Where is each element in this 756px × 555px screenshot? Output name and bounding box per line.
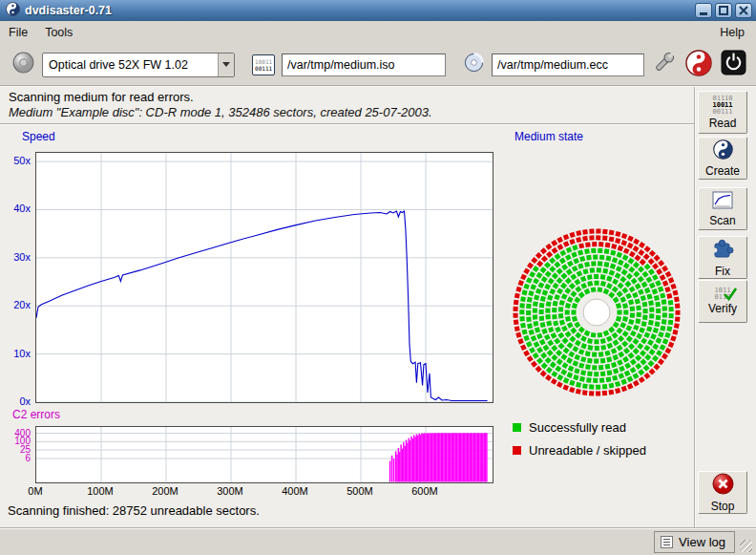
log-list-icon — [661, 536, 673, 548]
close-button[interactable] — [735, 3, 752, 18]
medium-state-disc — [512, 227, 682, 397]
drive-icon[interactable] — [11, 51, 35, 78]
verify-button-label: Verify — [708, 302, 737, 315]
statusbar: View log — [0, 527, 756, 555]
legend-read-label: Successfully read — [529, 420, 626, 435]
scan-button[interactable]: Scan — [698, 187, 747, 230]
minimize-button[interactable] — [695, 3, 712, 18]
read-button[interactable]: 01110 10011 00111 Read — [698, 91, 747, 134]
x-axis-tick: 0M — [16, 485, 54, 497]
x-axis-tick: 100M — [81, 485, 119, 497]
verify-button[interactable]: 1011 0110 Verify — [698, 280, 747, 323]
menu-file[interactable]: File — [0, 22, 36, 43]
c2-y-tick: 6 — [1, 453, 33, 463]
create-button[interactable]: Create — [698, 137, 747, 180]
menubar: File Tools Help — [0, 21, 756, 44]
c2-y-axis: 400100256 — [0, 87, 33, 527]
maximize-button[interactable] — [715, 3, 732, 18]
main-content: Scanning medium for read errors. Medium … — [0, 87, 756, 527]
disc-legend: Successfully read Unreadable / skipped — [513, 420, 646, 458]
medium-state-title: Medium state — [514, 130, 583, 143]
iso-file-icon: 1001100111 — [252, 54, 275, 75]
legend-unreadable: Unreadable / skipped — [513, 443, 646, 458]
ecc-path-input[interactable] — [492, 53, 644, 76]
x-axis-tick: 400M — [276, 485, 314, 497]
legend-read: Successfully read — [513, 420, 646, 435]
stop-button[interactable]: Stop — [698, 471, 747, 514]
scan-button-label: Scan — [709, 214, 735, 227]
ecc-file-icon — [463, 52, 485, 77]
x-axis-tick: 600M — [406, 485, 444, 497]
preferences-wrench-icon[interactable] — [651, 50, 677, 79]
create-button-label: Create — [705, 164, 740, 178]
fix-puzzle-icon — [711, 238, 734, 264]
view-log-button[interactable]: View log — [654, 531, 735, 553]
stop-icon — [712, 473, 734, 499]
medium-info-line: Medium "Example disc": CD-R mode 1, 3524… — [9, 105, 432, 119]
drive-select[interactable]: Optical drive 52X FW 1.02 — [42, 53, 235, 77]
scan-result-status: Scanning finished: 28752 unreadable sect… — [8, 503, 260, 518]
x-axis-tick: 500M — [341, 485, 379, 497]
c2-errors-chart — [35, 426, 494, 483]
read-button-label: Read — [709, 117, 737, 130]
x-axis-tick: 300M — [211, 485, 249, 497]
iso-path-input[interactable] — [282, 53, 446, 76]
legend-unreadable-swatch — [513, 446, 521, 455]
legend-read-swatch — [513, 423, 521, 432]
dvdisaster-window: dvdisaster-0.71 File Tools Help Optical … — [0, 0, 756, 555]
toolbar: Optical drive 52X FW 1.02 1001100111 — [0, 44, 756, 85]
scan-chart-icon — [712, 191, 733, 213]
titlebar[interactable]: dvdisaster-0.71 — [0, 0, 756, 21]
stop-button-label: Stop — [711, 500, 735, 513]
view-log-label: View log — [679, 535, 725, 549]
resize-grip[interactable] — [740, 540, 752, 552]
legend-unreadable-label: Unreadable / skipped — [529, 443, 646, 458]
x-axis-tick: 200M — [146, 485, 184, 497]
window-title: dvdisaster-0.71 — [25, 4, 690, 17]
sidebar-separator — [694, 87, 696, 527]
drive-select-value: Optical drive 52X FW 1.02 — [43, 58, 218, 72]
menu-tools[interactable]: Tools — [36, 22, 81, 43]
quit-power-icon[interactable] — [721, 50, 746, 79]
header-separator — [0, 123, 694, 125]
app-icon — [6, 2, 20, 20]
create-yinyang-icon — [713, 139, 733, 163]
speed-chart — [35, 152, 494, 403]
menu-help[interactable]: Help — [708, 22, 756, 43]
fix-button-label: Fix — [715, 265, 730, 278]
status-line: Scanning medium for read errors. — [9, 90, 194, 104]
read-binary-icon: 01110 10011 00111 — [712, 96, 732, 116]
chevron-down-icon[interactable] — [218, 53, 234, 76]
dvdisaster-yinyang-icon[interactable] — [685, 50, 712, 80]
verify-binary-check-icon: 1011 0110 — [715, 288, 731, 301]
fix-button[interactable]: Fix — [698, 236, 747, 279]
